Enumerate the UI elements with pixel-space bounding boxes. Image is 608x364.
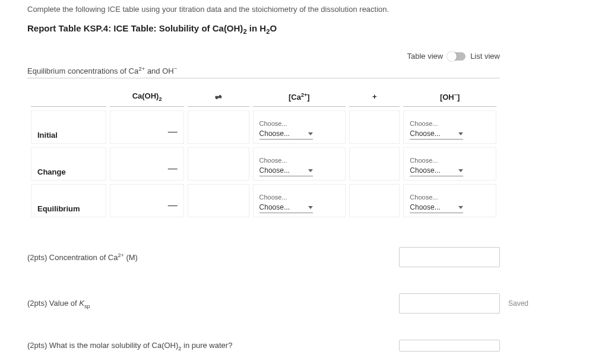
question-1-text: (2pts) Concentration of Ca2+ (M) — [27, 252, 138, 262]
row-initial: Initial — Choose... Choose... Choose... … — [31, 110, 496, 144]
chevron-down-icon — [308, 206, 313, 209]
subheading: Equilibrium concentrations of Ca2+ and O… — [27, 65, 608, 75]
header-oh-pre: [OH — [440, 93, 454, 102]
equilibrium-ca-choose-label: Choose... — [259, 194, 340, 201]
subheading-pre: Equilibrium concentrations of Ca — [27, 67, 138, 75]
equilibrium-plus-empty — [349, 184, 400, 217]
header-ca-pre: [Ca — [289, 93, 301, 102]
divider — [27, 78, 500, 78]
change-oh-cell: Choose... Choose... — [403, 147, 496, 181]
equilibrium-oh-select-value: Choose... — [410, 203, 440, 211]
question-1-row: (2pts) Concentration of Ca2+ (M) — [27, 247, 500, 267]
row-label-initial: Initial — [31, 110, 106, 144]
header-ca-sup: 2+ — [301, 92, 307, 98]
equilibrium-oh-choose-label: Choose... — [410, 194, 490, 201]
view-toggle[interactable] — [448, 52, 466, 61]
header-caoh2-sub: 2 — [159, 96, 162, 102]
q1-sup: 2+ — [118, 252, 124, 258]
initial-oh-select[interactable]: Choose... — [410, 128, 463, 140]
q3-pts: (2pts) — [27, 341, 47, 350]
list-view-label: List view — [470, 52, 500, 61]
change-ca-cell: Choose... Choose... — [253, 147, 346, 181]
q3-answer-input[interactable] — [399, 340, 500, 352]
q1-answer-input[interactable] — [399, 247, 500, 267]
equilibrium-oh-select[interactable]: Choose... — [410, 202, 463, 213]
header-empty — [31, 87, 106, 107]
subheading-mid: and OH — [145, 67, 173, 75]
change-eq-empty — [188, 147, 249, 181]
initial-ca-cell: Choose... Choose... — [253, 110, 346, 144]
q2-sub: sp — [84, 303, 90, 309]
q2-italic: K — [79, 299, 84, 308]
change-ca-choose-label: Choose... — [259, 157, 340, 164]
q2-pts: (2pts) — [27, 299, 47, 308]
header-row: Ca(OH)2 ⇌ [Ca2+] + [OH−] — [31, 87, 496, 107]
equilibrium-ca-select[interactable]: Choose... — [259, 202, 313, 213]
subheading-sup2: − — [174, 65, 178, 72]
report-title-post: O — [270, 23, 277, 33]
header-caoh2: Ca(OH)2 — [110, 87, 183, 107]
subheading-sup1: 2+ — [138, 65, 145, 72]
chevron-down-icon — [458, 132, 463, 135]
ice-table: Ca(OH)2 ⇌ [Ca2+] + [OH−] Initial — Choos… — [27, 83, 500, 221]
change-oh-select-value: Choose... — [410, 166, 440, 175]
initial-ca-choose-label: Choose... — [259, 120, 340, 127]
row-change: Change — Choose... Choose... Choose... C… — [31, 147, 496, 181]
equilibrium-oh-cell: Choose... Choose... — [403, 184, 496, 217]
question-3-text: (2pts) What is the molar solubility of C… — [27, 341, 232, 352]
change-ca-select-value: Choose... — [259, 166, 290, 175]
header-oh-post: ] — [457, 93, 460, 102]
change-caoh2-dash: — — [110, 147, 183, 181]
initial-plus-empty — [349, 110, 400, 144]
q1-post: (M) — [124, 253, 138, 262]
initial-oh-select-value: Choose... — [410, 129, 440, 138]
chevron-down-icon — [458, 206, 463, 209]
header-equilibrium-arrow: ⇌ — [188, 87, 249, 107]
initial-ca-select-value: Choose... — [259, 129, 290, 138]
initial-ca-select[interactable]: Choose... — [259, 128, 313, 140]
q1-pts: (2pts) — [27, 253, 47, 262]
initial-eq-empty — [188, 110, 249, 144]
chevron-down-icon — [308, 132, 313, 135]
header-caoh2-pre: Ca(OH) — [132, 91, 159, 100]
view-toggle-row: Table view List view — [27, 52, 500, 61]
chevron-down-icon — [458, 169, 463, 172]
initial-oh-choose-label: Choose... — [410, 120, 490, 127]
header-plus: + — [349, 87, 400, 107]
change-oh-choose-label: Choose... — [410, 157, 490, 164]
question-2-text: (2pts) Value of Ksp — [27, 299, 90, 309]
equilibrium-ca-cell: Choose... Choose... — [253, 184, 346, 217]
q2-answer-input[interactable] — [399, 293, 500, 314]
initial-caoh2-dash: — — [110, 110, 183, 144]
change-oh-select[interactable]: Choose... — [410, 165, 463, 176]
q1-pre: Concentration of Ca — [47, 253, 118, 262]
header-ca2plus: [Ca2+] — [253, 87, 346, 107]
header-ca-post: ] — [307, 93, 309, 102]
saved-label: Saved — [508, 299, 528, 308]
instruction-text: Complete the following ICE table using y… — [27, 5, 608, 14]
header-ohminus: [OH−] — [403, 87, 496, 107]
q2-pre: Value of — [47, 299, 79, 308]
q3-pre: What is the molar solubility of Ca(OH) — [47, 341, 178, 350]
report-title: Report Table KSP.4: ICE Table: Solubilit… — [27, 23, 608, 35]
equilibrium-eq-empty — [188, 184, 249, 217]
equilibrium-arrow-icon: ⇌ — [215, 92, 222, 102]
chevron-down-icon — [308, 169, 313, 172]
table-view-label: Table view — [407, 52, 443, 61]
initial-oh-cell: Choose... Choose... — [403, 110, 496, 144]
row-label-equilibrium: Equilibrium — [31, 184, 106, 217]
row-equilibrium: Equilibrium — Choose... Choose... Choose… — [31, 184, 496, 217]
report-title-mid: in H — [247, 23, 267, 33]
report-title-pre: Report Table KSP.4: ICE Table: Solubilit… — [27, 23, 243, 33]
change-ca-select[interactable]: Choose... — [259, 165, 313, 176]
question-2-row: (2pts) Value of Ksp Saved — [27, 293, 500, 314]
row-label-change: Change — [31, 147, 106, 181]
equilibrium-ca-select-value: Choose... — [259, 203, 290, 211]
equilibrium-caoh2-dash: — — [110, 184, 183, 217]
question-3-row: (2pts) What is the molar solubility of C… — [27, 340, 500, 352]
q3-post: in pure water? — [181, 341, 232, 350]
change-plus-empty — [349, 147, 400, 181]
